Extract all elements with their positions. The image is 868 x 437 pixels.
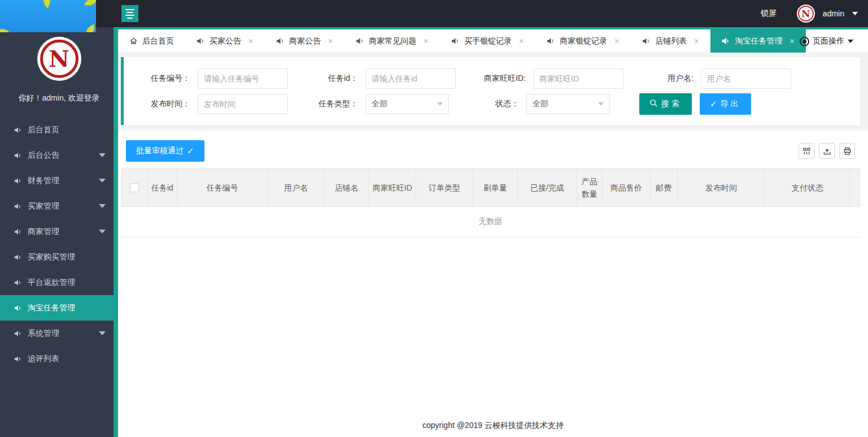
chevron-down-icon — [598, 102, 604, 106]
table-empty-message: 无数据 — [121, 207, 860, 237]
username-label[interactable]: admin — [823, 9, 844, 18]
select-value: 全部 — [372, 99, 387, 109]
speaker-icon — [197, 37, 205, 45]
filter-panel: 任务编号： 任务id： 商家旺旺ID: 用户名: 发布时间： — [121, 57, 860, 125]
speaker-icon — [14, 304, 22, 312]
tab-bar: 后台首页 买家公告 ✕ 商家公告 ✕ 商家常见问题 ✕ 买手银锭记录 ✕ 商家银… — [118, 27, 868, 53]
close-icon[interactable]: ✕ — [693, 37, 699, 45]
avatar-ring — [798, 6, 814, 21]
sidebar-item-label: 财务管理 — [28, 176, 59, 186]
leaf-icon — [83, 0, 96, 10]
tab-shop-list[interactable]: 店铺列表 ✕ — [631, 29, 710, 53]
speaker-icon — [356, 37, 364, 45]
tab-label: 淘宝任务管理 — [735, 36, 782, 46]
close-icon[interactable]: ✕ — [248, 37, 254, 45]
column-header-task-id: 任务id — [148, 168, 177, 207]
sidebar-item-label: 后台公告 — [28, 150, 59, 161]
tab-buyer-ingot-records[interactable]: 买手银锭记录 ✕ — [440, 29, 535, 53]
filter-columns-icon[interactable] — [799, 143, 814, 159]
sidebar-item-backend-home[interactable]: 后台首页 — [0, 117, 118, 142]
export-button[interactable]: ✓ 导出 — [700, 93, 751, 115]
footer: copyright @2019 云梭科技提供技术支持 — [118, 414, 868, 437]
field-label: 任务编号： — [146, 73, 190, 84]
top-bar: 锁屏 N admin — [0, 0, 868, 27]
tab-buyer-notice[interactable]: 买家公告 ✕ — [185, 29, 265, 53]
field-username: 用户名: — [649, 68, 791, 89]
column-header-merchant-wangwang-id: 商家旺旺ID — [369, 168, 416, 207]
sidebar-item-system-mgmt[interactable]: 系统管理 — [0, 321, 118, 346]
merchant-wangwang-id-input[interactable] — [533, 68, 623, 89]
speaker-icon — [547, 37, 555, 45]
column-header-username: 用户名 — [268, 168, 325, 207]
sidebar-item-label: 淘宝任务管理 — [28, 303, 75, 313]
search-button[interactable]: 搜索 — [639, 93, 692, 115]
task-number-input[interactable] — [198, 68, 288, 89]
column-header-order-volume: 刷单量 — [473, 168, 518, 207]
sidebar-item-finance[interactable]: 财务管理 — [0, 168, 118, 193]
filter-row-1: 任务编号： 任务id： 商家旺旺ID: 用户名: — [146, 68, 849, 89]
close-icon[interactable]: ✕ — [518, 37, 524, 45]
close-icon[interactable]: ✕ — [423, 37, 429, 45]
tab-merchant-ingot-records[interactable]: 商家银锭记录 ✕ — [535, 29, 631, 53]
topbar-right: 锁屏 N admin — [761, 0, 858, 27]
sidebar-item-label: 买家管理 — [28, 201, 59, 211]
sidebar-item-follow-review-list[interactable]: 追评列表 — [0, 346, 118, 371]
sidebar-item-merchant-mgmt[interactable]: 商家管理 — [0, 219, 118, 244]
chevron-down-icon — [99, 153, 106, 157]
sidebar-item-label: 后台首页 — [28, 125, 59, 135]
field-task-id: 任务id： — [314, 68, 456, 89]
tab-merchant-notice[interactable]: 商家公告 ✕ — [265, 29, 344, 53]
page-operations-dropdown[interactable]: 页面操作 — [787, 29, 868, 53]
field-status: 状态： 全部 — [475, 94, 610, 114]
sidebar-item-taobao-task-mgmt[interactable]: 淘宝任务管理 — [0, 295, 118, 321]
speaker-icon — [14, 202, 22, 210]
speaker-icon — [14, 152, 22, 159]
filter-strip: 任务编号： 任务id： 商家旺旺ID: 用户名: 发布时间： — [118, 53, 868, 131]
field-label: 任务类型： — [314, 99, 358, 109]
menu-toggle-icon[interactable] — [121, 5, 138, 22]
sidebar: N 你好！admin, 欢迎登录 后台首页 后台公告 财务管理 买家管理 商家管… — [0, 27, 118, 437]
tab-label: 买家公告 — [210, 36, 241, 46]
column-header-payment-status: 支付状态 — [765, 168, 850, 207]
sidebar-menu: 后台首页 后台公告 财务管理 买家管理 商家管理 买家购买管理 平台 — [0, 117, 118, 371]
greeting-text: 你好！admin, 欢迎登录 — [0, 93, 118, 103]
sidebar-item-buyer-mgmt[interactable]: 买家管理 — [0, 193, 118, 219]
select-all-checkbox[interactable] — [130, 183, 139, 192]
chevron-down-icon — [437, 102, 443, 106]
speaker-icon — [14, 228, 22, 236]
print-icon[interactable] — [839, 143, 855, 159]
username-input[interactable] — [701, 68, 791, 89]
speaker-icon — [276, 37, 285, 45]
close-icon[interactable]: ✕ — [328, 37, 333, 45]
copyright-text: copyright @2019 云梭科技提供技术支持 — [422, 421, 564, 431]
tab-merchant-faq[interactable]: 商家常见问题 ✕ — [344, 29, 440, 53]
sidebar-item-label: 追评列表 — [28, 354, 59, 364]
sidebar-item-buyer-purchase-mgmt[interactable]: 买家购买管理 — [0, 244, 118, 270]
batch-approve-button[interactable]: 批量审核通过 ✓ — [126, 140, 204, 162]
column-header-accepted-completed: 已接/完成 — [518, 168, 577, 207]
speaker-icon — [14, 253, 22, 261]
lock-screen-button[interactable]: 锁屏 — [761, 8, 777, 19]
column-header-product-price: 商品售价 — [603, 168, 651, 207]
column-header-order-type: 订单类型 — [416, 168, 473, 207]
close-icon[interactable]: ✕ — [614, 37, 620, 45]
select-value: 全部 — [533, 99, 548, 109]
export-icon[interactable] — [819, 143, 835, 159]
avatar[interactable]: N — [797, 5, 815, 23]
user-menu-caret-icon[interactable] — [852, 12, 858, 15]
sidebar-item-platform-refund-mgmt[interactable]: 平台返款管理 — [0, 270, 118, 295]
table-tool-icons — [799, 143, 855, 159]
sidebar-item-label: 买家购买管理 — [28, 252, 75, 262]
status-select[interactable]: 全部 — [526, 94, 610, 114]
task-type-select[interactable]: 全部 — [365, 94, 449, 114]
field-task-number: 任务编号： — [146, 68, 288, 89]
chevron-down-icon — [99, 179, 106, 183]
export-label: 导出 — [721, 99, 741, 109]
check-icon: ✓ — [187, 146, 194, 156]
leaf-icon — [83, 23, 96, 32]
task-id-input[interactable] — [365, 68, 456, 89]
publish-time-input[interactable] — [198, 94, 288, 114]
chevron-down-icon — [99, 230, 106, 233]
tab-backend-home[interactable]: 后台首页 — [118, 29, 185, 53]
sidebar-item-backend-notice[interactable]: 后台公告 — [0, 142, 118, 168]
